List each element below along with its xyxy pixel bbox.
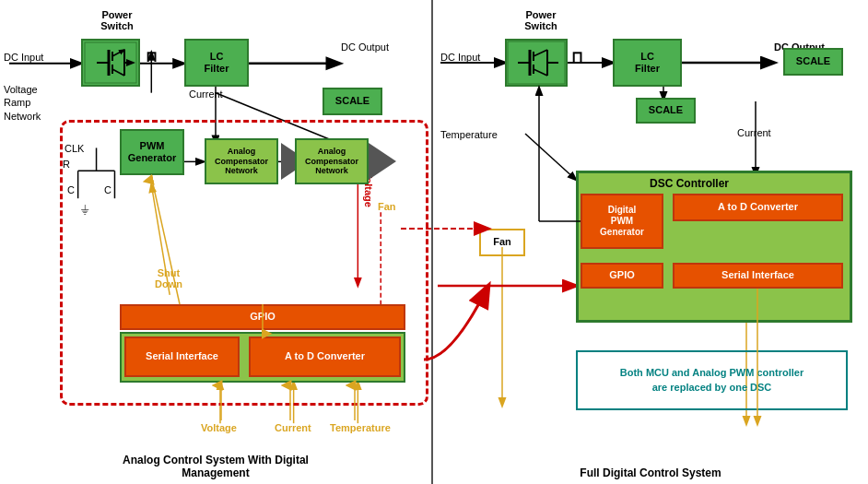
right-gpio-box: GPIO xyxy=(581,263,663,289)
left-analog-comp1-box: AnalogCompensatorNetwork xyxy=(205,138,278,184)
left-power-switch-box xyxy=(81,39,140,87)
left-fan-label: Fan xyxy=(378,201,396,212)
right-serial-box: Serial Interface xyxy=(673,263,843,289)
left-clk-label: CLK xyxy=(65,143,84,154)
right-fan-box: Fan xyxy=(479,229,525,256)
left-dc-input-label: DC Input xyxy=(4,52,43,63)
right-current-label: Current xyxy=(737,127,771,138)
right-lc-filter-box: LCFilter xyxy=(613,39,682,87)
right-power-switch-label: PowerSwitch xyxy=(509,9,573,31)
diagram-container: DC Input DC Output PowerSwitch xyxy=(0,0,868,484)
left-pwm-gen-box: PWMGenerator xyxy=(120,129,184,175)
left-r-label: R xyxy=(63,159,70,170)
right-pwm-symbol: ⊓ xyxy=(571,48,582,65)
left-shutdown-label: ShutDown xyxy=(155,267,182,289)
right-caption: Full Digital Control System xyxy=(580,466,721,479)
svg-line-38 xyxy=(525,134,576,180)
left-current-bot-label: Current xyxy=(275,422,311,433)
right-power-switch-box xyxy=(505,39,568,87)
left-analog-comp2-box: AnalogCompensatorNetwork xyxy=(295,138,369,184)
left-serial-box: Serial Interface xyxy=(124,336,240,377)
right-scale-top-box: SCALE xyxy=(783,48,843,76)
left-dc-output-label: DC Output xyxy=(341,41,389,53)
left-gpio-box: GPIO xyxy=(120,304,405,330)
left-voltage-bot-label: Voltage xyxy=(201,422,237,433)
left-c2-label: C xyxy=(104,184,111,195)
right-panel: DC Input DC Output PowerSwitch ⊓ LCFilte… xyxy=(433,0,868,484)
left-adc-box: A to D Converter xyxy=(249,336,401,377)
right-digital-pwm-box: DigitalPWMGenerator xyxy=(581,194,663,249)
left-power-switch-label: PowerSwitch xyxy=(85,9,149,31)
left-pwm-symbol: ⊓ xyxy=(146,48,157,65)
right-note-box: Both MCU and Analog PWM controllerare re… xyxy=(576,350,848,410)
left-voltage-ramp-label: VoltageRampNetwork xyxy=(4,83,41,123)
right-dc-input-label: DC Input xyxy=(440,52,480,63)
left-c1-label: C xyxy=(67,184,75,195)
left-caption: Analog Control System With Digital Manag… xyxy=(108,454,323,479)
left-temperature-bot-label: Temperature xyxy=(330,422,391,433)
right-dsc-label: DSC Controller xyxy=(650,177,729,190)
left-current-label: Current xyxy=(189,89,223,100)
left-ground-symbol: ⏚ xyxy=(81,201,88,216)
left-lc-filter-box: LCFilter xyxy=(184,39,249,87)
right-temperature-label: Temperature xyxy=(440,129,498,140)
left-scale-box: SCALE xyxy=(323,88,382,115)
left-comparator2 xyxy=(369,143,396,180)
right-adc-box: A to D Converter xyxy=(673,194,843,221)
left-panel: DC Input DC Output PowerSwitch xyxy=(0,0,433,484)
right-scale-mid-box: SCALE xyxy=(636,98,696,124)
